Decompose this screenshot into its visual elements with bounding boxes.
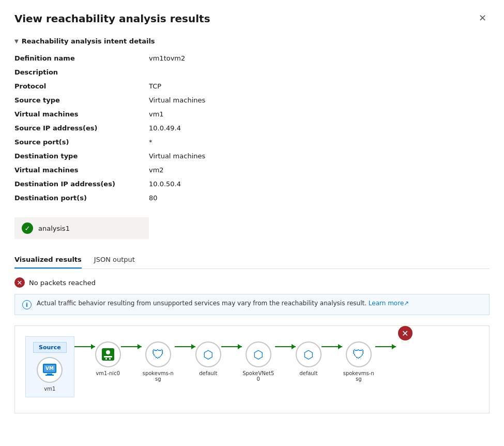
node-circle-default1: ⬡ (195, 341, 221, 367)
analysis-item[interactable]: ✓ analysis1 (14, 217, 149, 239)
field-label-2: Protocol (14, 79, 149, 93)
svg-rect-8 (105, 358, 107, 360)
svg-rect-7 (104, 356, 112, 358)
flow-container: Source VM vm1 (14, 325, 490, 413)
node-circle-spokevms-nsg1: 🛡 (145, 341, 171, 367)
flow-node-spokevms-nsg2: 🛡 spokevms-nsg (342, 341, 375, 382)
flow-node-vm1-nic0: vm1-nic0 (95, 341, 121, 376)
node-circle-spokevms-nsg2: 🛡 (346, 341, 372, 367)
flow-arrow-4 (221, 346, 242, 347)
check-icon: ✓ (22, 222, 33, 234)
vm-icon: VM (42, 363, 57, 377)
flow-node-default2: ⬡ default (296, 341, 322, 376)
field-label-5: Source IP address(es) (14, 121, 149, 135)
section-header: ▼ Reachability analysis intent details (14, 37, 490, 45)
field-label-7: Destination type (14, 149, 149, 163)
node-circle-default2: ⬡ (296, 341, 322, 367)
nic-icon (101, 347, 115, 362)
dialog: View reachability analysis results ✕ ▼ R… (0, 0, 504, 446)
svg-point-6 (106, 350, 110, 354)
details-grid: Definition namevm1tovm2DescriptionProtoc… (14, 51, 490, 205)
flow-arrow-2 (121, 346, 142, 347)
flow-arrow-5 (275, 346, 296, 347)
flow-node-default1: ⬡ default (195, 341, 221, 376)
analysis-name: analysis1 (38, 225, 70, 232)
learn-more-link[interactable]: Learn more↗ (369, 300, 409, 307)
field-value-0: vm1tovm2 (149, 51, 490, 65)
error-circle-icon: ✕ (14, 277, 25, 288)
shield-icon-2: 🛡 (353, 347, 365, 362)
node-label-vm1-nic0: vm1-nic0 (96, 370, 120, 376)
dialog-header: View reachability analysis results ✕ (14, 12, 490, 25)
field-value-4: vm1 (149, 107, 490, 121)
node-label-spokevms-nsg1: spokevms-nsg (142, 370, 175, 382)
svg-rect-2 (45, 375, 54, 376)
section-title: Reachability analysis intent details (22, 37, 155, 45)
svg-text:VM: VM (45, 366, 54, 371)
field-label-3: Source type (14, 93, 149, 107)
field-label-0: Definition name (14, 51, 149, 65)
info-bar: i Actual traffic behavior resulting from… (14, 294, 490, 315)
tabs: Visualized resultsJSON output (14, 251, 490, 269)
error-node: ✕ (398, 326, 413, 340)
info-text: Actual traffic behavior resulting from u… (37, 300, 409, 307)
field-value-10: 80 (149, 191, 490, 205)
flow-arrow-7 (375, 346, 396, 347)
tab-json[interactable]: JSON output (94, 251, 135, 269)
field-value-6: * (149, 135, 490, 149)
field-label-4: Virtual machines (14, 107, 149, 121)
info-icon: i (22, 300, 32, 309)
field-label-9: Destination IP address(es) (14, 177, 149, 191)
svg-rect-1 (47, 374, 52, 375)
node-label-default1: default (199, 370, 217, 376)
field-value-7: Virtual machines (149, 149, 490, 163)
diamond-icon-1: ⬡ (203, 348, 213, 361)
field-value-2: TCP (149, 79, 490, 93)
source-label: Source (33, 342, 67, 353)
flow-arrow-6 (322, 346, 342, 347)
field-label-8: Virtual machines (14, 163, 149, 177)
flow-node-vm1: VM vm1 (37, 357, 63, 392)
source-group: Source VM vm1 (25, 336, 74, 397)
svg-rect-9 (109, 358, 111, 360)
close-button[interactable]: ✕ (476, 12, 490, 24)
field-label-6: Source port(s) (14, 135, 149, 149)
node-circle-vm1-nic0 (95, 341, 121, 367)
field-label-1: Description (14, 65, 149, 79)
field-value-9: 10.0.50.4 (149, 177, 490, 191)
node-circle-vm1: VM (37, 357, 63, 383)
dialog-title: View reachability analysis results (14, 12, 210, 25)
diamond-icon-2: ⬡ (253, 348, 263, 361)
no-packets-row: ✕ No packets reached (14, 277, 490, 288)
field-label-10: Destination port(s) (14, 191, 149, 205)
node-label-spokevnet50: SpokeVNet50 (242, 370, 275, 382)
field-value-3: Virtual machines (149, 93, 490, 107)
node-label-spokevms-nsg2: spokevms-nsg (342, 370, 375, 382)
no-packets-text: No packets reached (29, 279, 96, 287)
flow-node-spokevnet50: ⬡ SpokeVNet50 (242, 341, 275, 382)
flow-arrow-1 (74, 346, 95, 347)
node-label-default2: default (299, 370, 317, 376)
node-circle-spokevnet50: ⬡ (246, 341, 271, 367)
field-value-8: vm2 (149, 163, 490, 177)
tab-visualized[interactable]: Visualized results (14, 251, 82, 269)
flow-arrow-3 (175, 346, 195, 347)
flow-node-spokevms-nsg1: 🛡 spokevms-nsg (142, 341, 175, 382)
field-value-1 (149, 65, 490, 79)
node-label-vm1: vm1 (44, 386, 55, 392)
diamond-icon-3: ⬡ (303, 348, 313, 361)
field-value-5: 10.0.49.4 (149, 121, 490, 135)
shield-icon-1: 🛡 (152, 347, 164, 362)
toggle-icon[interactable]: ▼ (14, 38, 19, 44)
